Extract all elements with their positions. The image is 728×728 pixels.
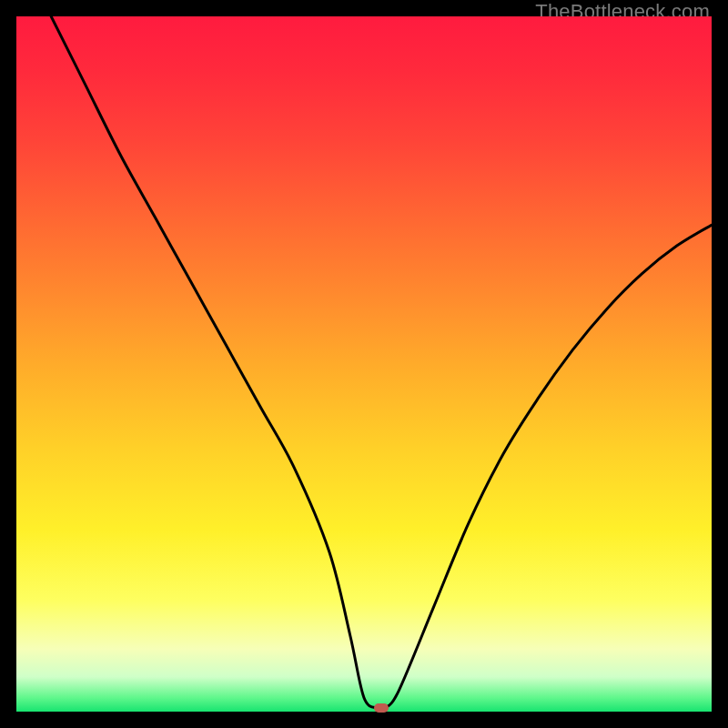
chart-frame: TheBottleneck.com xyxy=(0,0,728,728)
curve-svg xyxy=(16,16,712,712)
plot-area xyxy=(16,16,712,712)
bottleneck-curve-path xyxy=(51,16,712,710)
optimum-marker xyxy=(374,703,389,713)
